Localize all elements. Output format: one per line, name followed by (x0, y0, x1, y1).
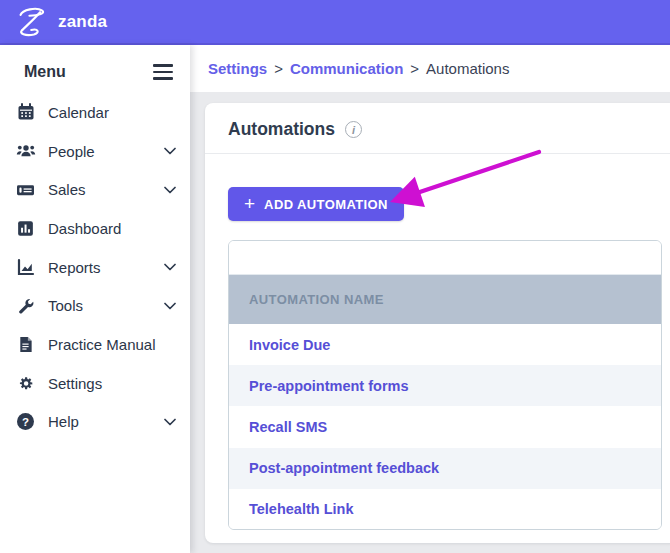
sidebar-item-label: Reports (48, 259, 164, 276)
card-header: Automations i (205, 103, 670, 140)
card-divider (205, 153, 670, 154)
breadcrumb-separator: > (410, 60, 419, 77)
table-header-row: AUTOMATION NAME (229, 275, 661, 324)
breadcrumb-link-communication[interactable]: Communication (290, 60, 403, 77)
sidebar-item-label: Practice Manual (48, 336, 176, 353)
chevron-down-icon (164, 147, 176, 155)
help-icon: ? (15, 412, 36, 431)
table-row[interactable]: Recall SMS (229, 406, 661, 447)
automation-link[interactable]: Post-appointment feedback (249, 460, 439, 476)
sidebar-menu-row: Menu (0, 52, 190, 92)
breadcrumb: Settings > Communication > Automations (190, 45, 670, 92)
app-header: zanda (0, 0, 670, 45)
sidebar-item-label: Sales (48, 181, 164, 198)
breadcrumb-separator: > (274, 60, 283, 77)
sidebar-item-label: Calendar (48, 104, 176, 121)
breadcrumb-current-automations: Automations (426, 60, 509, 77)
menu-label: Menu (24, 63, 66, 81)
sidebar-nav: Calendar People (0, 93, 190, 441)
document-icon (15, 335, 36, 354)
sidebar-item-sales[interactable]: Sales (0, 170, 190, 209)
sales-icon (15, 180, 36, 199)
chevron-down-icon (164, 186, 176, 194)
table-row[interactable]: Post-appointment feedback (229, 448, 661, 489)
automations-card: Automations i + ADD AUTOMATION AUTOMATIO… (205, 103, 670, 543)
table-row[interactable]: Telehealth Link (229, 489, 661, 530)
sidebar-item-tools[interactable]: Tools (0, 286, 190, 325)
add-automation-button[interactable]: + ADD AUTOMATION (228, 187, 404, 221)
brand-name[interactable]: zanda (58, 12, 107, 32)
tools-icon (15, 296, 36, 315)
people-icon (15, 142, 36, 161)
calendar-icon (15, 103, 36, 122)
page-title: Automations (228, 119, 335, 140)
sidebar-item-settings[interactable]: Settings (0, 364, 190, 403)
sidebar-item-calendar[interactable]: Calendar (0, 93, 190, 132)
sidebar-item-help[interactable]: ? Help (0, 403, 190, 442)
dashboard-icon (15, 219, 36, 238)
chevron-down-icon (164, 263, 176, 271)
hamburger-icon[interactable] (153, 64, 173, 80)
sidebar-item-label: Help (48, 413, 164, 430)
sidebar-item-label: People (48, 143, 164, 160)
sidebar-item-practice-manual[interactable]: Practice Manual (0, 325, 190, 364)
screen: zanda Menu Calendar (0, 0, 670, 553)
automation-link[interactable]: Pre-appointment forms (249, 378, 409, 394)
reports-icon (15, 258, 36, 277)
breadcrumb-link-settings[interactable]: Settings (208, 60, 267, 77)
automation-link[interactable]: Recall SMS (249, 419, 327, 435)
chevron-down-icon (164, 418, 176, 426)
gear-icon (15, 374, 36, 393)
column-header-automation-name: AUTOMATION NAME (249, 292, 384, 307)
automations-table: AUTOMATION NAME Invoice Due Pre-appointm… (228, 240, 662, 530)
sidebar-item-label: Settings (48, 375, 176, 392)
sidebar-item-dashboard[interactable]: Dashboard (0, 209, 190, 248)
sidebar-item-label: Dashboard (48, 220, 176, 237)
sidebar-item-label: Tools (48, 297, 164, 314)
zanda-logo-icon[interactable] (15, 6, 51, 38)
table-filter-row[interactable] (229, 241, 661, 275)
sidebar-item-reports[interactable]: Reports (0, 248, 190, 287)
sidebar-item-people[interactable]: People (0, 132, 190, 171)
add-automation-label: ADD AUTOMATION (264, 197, 388, 212)
sidebar: Menu Calendar (0, 45, 190, 553)
info-icon[interactable]: i (345, 121, 362, 138)
automation-link[interactable]: Invoice Due (249, 337, 330, 353)
chevron-down-icon (164, 302, 176, 310)
table-row[interactable]: Invoice Due (229, 324, 661, 365)
automation-link[interactable]: Telehealth Link (249, 501, 353, 517)
table-row[interactable]: Pre-appointment forms (229, 365, 661, 406)
plus-icon: + (244, 194, 255, 213)
